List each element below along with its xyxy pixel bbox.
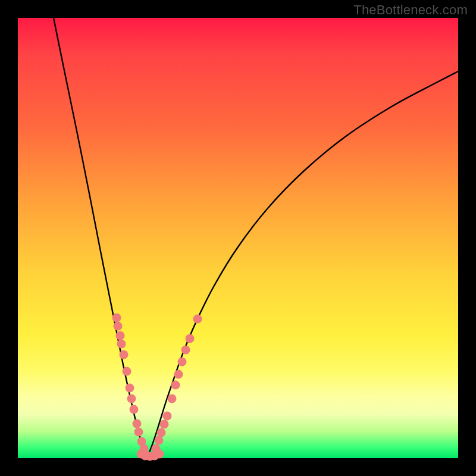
- data-point: [178, 358, 187, 367]
- data-point: [160, 420, 169, 429]
- chart-frame: TheBottleneck.com: [0, 0, 476, 476]
- data-point: [120, 350, 129, 359]
- watermark-text: TheBottleneck.com: [353, 2, 468, 18]
- data-point: [163, 412, 172, 421]
- data-point: [127, 394, 136, 403]
- curve-right-branch: [147, 71, 458, 458]
- data-point: [171, 381, 180, 390]
- plot-area: [18, 18, 458, 458]
- data-point: [130, 405, 139, 414]
- data-point: [157, 428, 166, 437]
- data-point: [116, 331, 125, 340]
- data-point-dots: [112, 314, 202, 461]
- curve-left-branch: [54, 18, 147, 458]
- data-point: [134, 428, 143, 437]
- data-point: [174, 370, 183, 379]
- data-point: [181, 346, 190, 355]
- data-point: [186, 334, 195, 343]
- data-point: [112, 314, 121, 322]
- data-point: [133, 419, 142, 428]
- data-point: [193, 315, 202, 324]
- data-point: [168, 394, 177, 403]
- data-point: [114, 322, 123, 331]
- curve-layer: [18, 18, 458, 458]
- data-point: [123, 367, 131, 376]
- data-point: [126, 384, 134, 393]
- data-point: [152, 444, 161, 453]
- data-point: [155, 436, 164, 445]
- data-point: [117, 340, 126, 349]
